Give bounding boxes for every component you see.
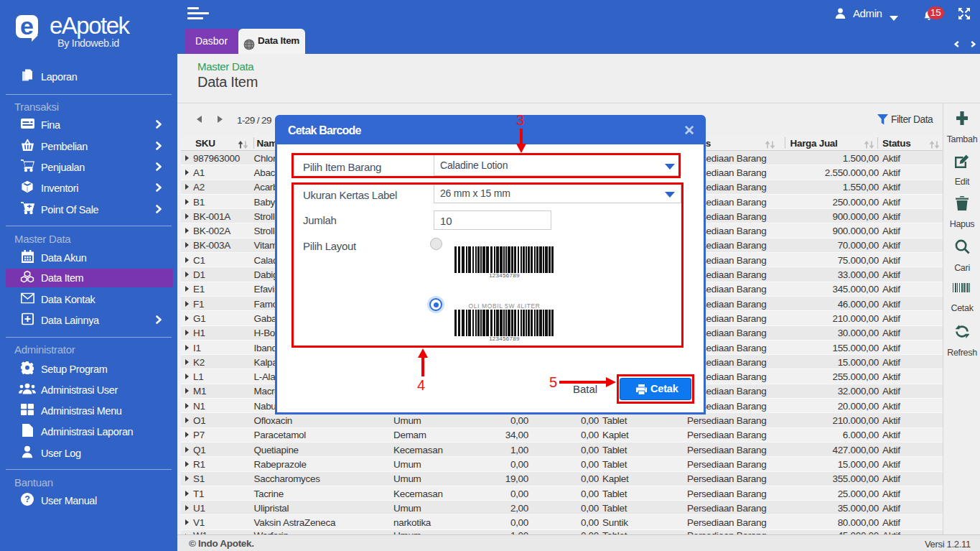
- svg-text:?: ?: [24, 494, 30, 504]
